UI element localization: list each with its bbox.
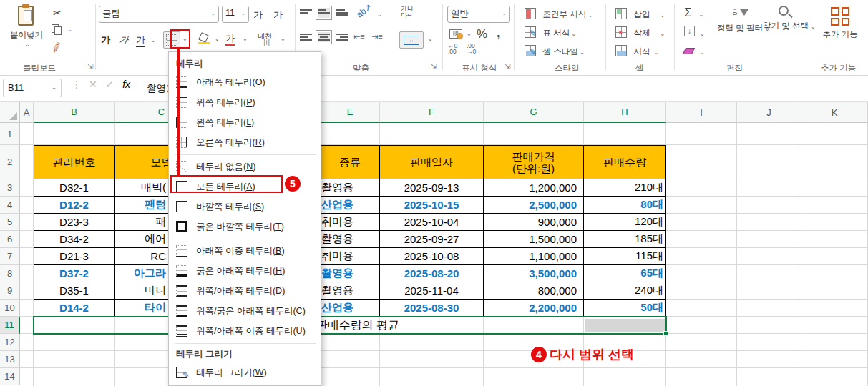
cell-qty[interactable]: 115대 [584, 248, 666, 265]
wrap-text-button[interactable]: 가나다↵ [401, 6, 414, 19]
column-header-H[interactable]: H [584, 102, 666, 123]
align-left-button[interactable] [300, 32, 312, 42]
row-header-6[interactable]: 6 [0, 231, 20, 248]
column-header-G[interactable]: G [484, 102, 584, 123]
cell-date[interactable]: 2025-10-04 [380, 214, 484, 231]
menu-item-D[interactable]: 위쪽/아래쪽 테두리(D) [169, 281, 321, 301]
cell-price[interactable]: 3,500,000 [484, 265, 584, 282]
cell-qty[interactable]: 185대 [584, 231, 666, 248]
cell-styles-button[interactable]: ✎ 셀 스타일 ⌄ [525, 44, 585, 57]
alignment-dialog-launcher[interactable]: ⇲ [431, 63, 437, 71]
font-color-button[interactable]: 가 ⌄ [225, 31, 235, 45]
column-header-J[interactable]: J [737, 102, 801, 123]
fill-button[interactable]: ↓⌄ [684, 26, 705, 39]
cell-id[interactable]: D32-1 [34, 179, 115, 197]
cell-type[interactable]: 촬영용 [321, 179, 380, 197]
sort-filter-button[interactable]: ㅎ 정렬 및 필터 ⌄ [717, 6, 761, 34]
row-header-2[interactable]: 2 [0, 145, 20, 179]
phonetic-guide-button[interactable]: 내천〣 ⌄ [258, 33, 272, 46]
menu-item-W[interactable]: ✎테두리 그리기(W) [169, 362, 321, 382]
align-center-button[interactable] [318, 32, 330, 42]
cell-date[interactable]: 2025-08-30 [380, 300, 484, 317]
menu-item-H[interactable]: 굵은 아래쪽 테두리(H) [169, 261, 321, 281]
fx-icon[interactable]: fx [122, 79, 130, 90]
select-all-corner[interactable] [0, 102, 20, 123]
delete-cells-button[interactable]: ✕ 삭제⌄ [615, 26, 665, 39]
row-header-4[interactable]: 4 [0, 197, 20, 214]
percent-style-button[interactable]: % [477, 27, 487, 41]
cell-date[interactable]: 2025-11-04 [380, 282, 484, 300]
fill-color-dropdown[interactable]: ⌄ [215, 36, 220, 42]
row-header-12[interactable]: 12 [0, 334, 20, 351]
orientation-button[interactable]: ab↗ [354, 1, 374, 19]
bold-button[interactable]: 가 [101, 34, 110, 46]
column-header-K[interactable]: K [801, 102, 868, 123]
insert-cells-button[interactable]: 삽입⌄ [615, 7, 665, 20]
cell-id[interactable]: D37-2 [34, 265, 115, 282]
font-size-combo[interactable]: 11⌄ [222, 6, 249, 23]
merge-center-dropdown[interactable]: ⌄ [428, 36, 433, 42]
menu-item-L[interactable]: 왼쪽 테두리(L) [169, 112, 321, 132]
row-header-1[interactable]: 1 [0, 123, 20, 145]
cancel-icon[interactable]: ✕ [89, 79, 97, 90]
cell-price[interactable]: 2,500,000 [484, 197, 584, 214]
fill-handle[interactable] [663, 331, 668, 336]
header-cell-price[interactable]: 판매가격(단위:원) [484, 145, 584, 179]
cell-type[interactable]: 취미용 [321, 214, 380, 231]
row-header-9[interactable]: 9 [0, 282, 20, 300]
format-painter-button[interactable]: 🖉 [50, 40, 64, 54]
find-select-button[interactable]: 찾기 및 선택 ⌄ [763, 6, 804, 32]
menu-item-C[interactable]: 위쪽/굵은 아래쪽 테두리(C) [169, 301, 321, 321]
header-cell-qty[interactable]: 판매수량 [584, 145, 666, 179]
format-cells-button[interactable]: 서식⌄ [615, 44, 659, 57]
cell-price[interactable]: 800,000 [484, 282, 584, 300]
cell-type[interactable]: 촬영용 [321, 282, 380, 300]
column-header-E[interactable]: E [321, 102, 380, 123]
menu-item-N[interactable]: 테두리 없음(N) [169, 157, 321, 177]
row-header-13[interactable]: 13 [0, 351, 20, 368]
font-name-combo[interactable]: 굴림⌄ [99, 6, 219, 23]
middle-align-button[interactable] [318, 8, 330, 18]
cell-price[interactable]: 2,200,000 [484, 300, 584, 317]
clipboard-dialog-launcher[interactable]: ⇲ [87, 63, 93, 71]
name-box[interactable]: B11 ⌄ [3, 79, 62, 97]
number-format-combo[interactable]: 일반⌄ [447, 6, 510, 23]
clear-button[interactable]: ⌄ [684, 44, 704, 57]
cell-date[interactable]: 2025-10-08 [380, 248, 484, 265]
cell-qty[interactable]: 120대 [584, 214, 666, 231]
row-header-8[interactable]: 8 [0, 265, 20, 282]
row-header-14[interactable]: 14 [0, 368, 20, 385]
column-header-I[interactable]: I [666, 102, 737, 123]
grow-font-button[interactable]: 가ˆ [253, 9, 265, 21]
header-cell-date[interactable]: 판매일자 [380, 145, 484, 179]
header-cell-type[interactable]: 종류 [321, 145, 380, 179]
enter-icon[interactable]: ✓ [106, 79, 114, 90]
menu-item-O[interactable]: 아래쪽 테두리(O) [169, 72, 321, 92]
cell-date[interactable]: 2025-09-13 [380, 179, 484, 197]
menu-item-U[interactable]: 위쪽/아래쪽 이중 테두리(U) [169, 321, 321, 341]
cell-price[interactable]: 900,000 [484, 214, 584, 231]
align-right-button[interactable] [336, 32, 348, 42]
menu-item-P[interactable]: 위쪽 테두리(P) [169, 92, 321, 112]
cell-type[interactable]: 촬영용 [321, 265, 380, 282]
paste-button[interactable]: 붙여넣기 ⌄ [10, 6, 43, 51]
row-header-11[interactable]: 11 [0, 317, 20, 334]
cell-qty[interactable]: 240대 [584, 282, 666, 300]
row-header-7[interactable]: 7 [0, 248, 20, 265]
menu-item-B[interactable]: 아래쪽 이중 테두리(B) [169, 241, 321, 261]
cell-type[interactable]: 촬영용 [321, 231, 380, 248]
cell-type[interactable]: 취미용 [321, 248, 380, 265]
cell-id[interactable]: D35-1 [34, 282, 115, 300]
cell-qty[interactable]: 210대 [584, 179, 666, 197]
cell-qty[interactable]: 50대 [584, 300, 666, 317]
cell-qty[interactable]: 80대 [584, 197, 666, 214]
menu-item-T[interactable]: 굵은 바깥쪽 테두리(T) [169, 217, 321, 237]
bottom-align-button[interactable] [336, 8, 348, 18]
borders-button[interactable] [163, 31, 180, 49]
decrease-decimal-button[interactable]: .00→0 [467, 43, 476, 54]
cell-date[interactable]: 2025-10-15 [380, 197, 484, 214]
cell-id[interactable]: D34-2 [34, 231, 115, 248]
menu-item-G[interactable]: ✎테두리 눈금 그리기(G) [169, 382, 321, 386]
format-as-table-button[interactable]: ✎ 표 서식 ⌄ [525, 26, 576, 39]
row-header-10[interactable]: 10 [0, 300, 20, 317]
